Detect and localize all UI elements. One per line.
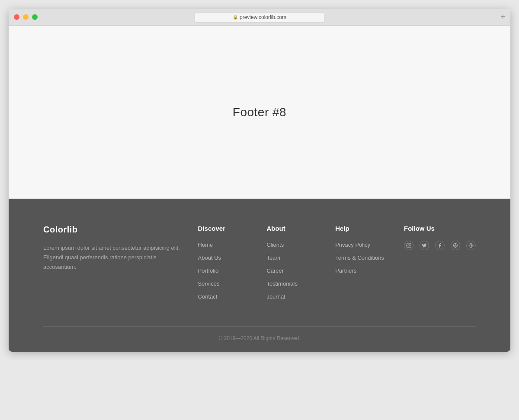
copyright-text: © 2019—2020 All Rights Reserved. (43, 335, 476, 341)
minimize-button[interactable] (23, 14, 29, 20)
discover-links: Home About Us Portfolio Services Contact (198, 241, 267, 300)
footer-col-discover: Discover Home About Us Portfolio Service… (198, 225, 267, 300)
discover-home-link[interactable]: Home (198, 242, 213, 248)
discover-aboutus-link[interactable]: About Us (198, 255, 221, 261)
about-clients-link[interactable]: Clients (266, 242, 284, 248)
close-button[interactable] (14, 14, 19, 20)
about-journal-link[interactable]: Journal (266, 293, 285, 300)
footer: Colorlib Lorem ipsum dolor sit amet cons… (9, 199, 510, 352)
lock-icon: 🔒 (233, 15, 238, 19)
instagram-icon[interactable] (404, 241, 413, 250)
footer-col-about: About Clients Team Career Testimonials J… (266, 225, 335, 300)
discover-services-link[interactable]: Services (198, 280, 220, 287)
brand-name: Colorlib (43, 225, 181, 235)
pinterest-icon[interactable] (451, 241, 460, 250)
list-item: Privacy Policy (335, 241, 404, 248)
discover-contact-link[interactable]: Contact (198, 293, 218, 300)
help-terms-link[interactable]: Terms & Conditions (335, 255, 384, 261)
list-item: About Us (198, 254, 267, 261)
list-item: Terms & Conditions (335, 254, 404, 261)
footer-main: Colorlib Lorem ipsum dolor sit amet cons… (43, 225, 476, 326)
list-item: Clients (266, 241, 335, 248)
list-item: Career (266, 267, 335, 274)
facebook-icon[interactable] (435, 241, 445, 250)
help-title: Help (335, 225, 404, 232)
url-text: preview.colorlib.com (240, 14, 286, 20)
new-tab-button[interactable]: + (500, 13, 505, 22)
list-item: Journal (266, 293, 335, 300)
footer-col-follow: Follow Us (404, 225, 476, 300)
footer-brand: Colorlib Lorem ipsum dolor sit amet cons… (43, 225, 198, 300)
maximize-button[interactable] (32, 14, 38, 20)
about-links: Clients Team Career Testimonials Journal (266, 241, 335, 300)
list-item: Testimonials (266, 280, 335, 287)
help-links: Privacy Policy Terms & Conditions Partne… (335, 241, 404, 274)
dribbble-icon[interactable] (466, 241, 476, 250)
about-career-link[interactable]: Career (266, 267, 284, 274)
twitter-icon[interactable] (420, 241, 429, 250)
list-item: Partners (335, 267, 404, 274)
address-bar[interactable]: 🔒 preview.colorlib.com (195, 12, 324, 22)
help-partners-link[interactable]: Partners (335, 267, 356, 274)
main-area: Footer #8 (9, 26, 510, 199)
about-title: About (266, 225, 335, 232)
browser-window: 🔒 preview.colorlib.com + Footer #8 Color… (9, 9, 510, 352)
list-item: Services (198, 280, 267, 287)
discover-title: Discover (198, 225, 267, 232)
list-item: Contact (198, 293, 267, 300)
social-icons (404, 241, 476, 250)
follow-title: Follow Us (404, 225, 476, 232)
about-team-link[interactable]: Team (266, 255, 280, 261)
list-item: Team (266, 254, 335, 261)
svg-point-1 (408, 245, 410, 246)
svg-rect-0 (407, 243, 411, 248)
help-privacy-link[interactable]: Privacy Policy (335, 242, 370, 248)
svg-point-2 (410, 244, 410, 245)
browser-titlebar: 🔒 preview.colorlib.com + (9, 9, 510, 26)
footer-col-help: Help Privacy Policy Terms & Conditions P… (335, 225, 404, 300)
list-item: Portfolio (198, 267, 267, 274)
brand-description: Lorem ipsum dolor sit amet consectetur a… (43, 243, 181, 272)
footer-bottom: © 2019—2020 All Rights Reserved. (43, 327, 476, 352)
discover-portfolio-link[interactable]: Portfolio (198, 267, 219, 274)
about-testimonials-link[interactable]: Testimonials (266, 280, 298, 287)
page-content: Footer #8 Colorlib Lorem ipsum dolor sit… (9, 26, 510, 352)
list-item: Home (198, 241, 267, 248)
page-title: Footer #8 (233, 105, 286, 119)
